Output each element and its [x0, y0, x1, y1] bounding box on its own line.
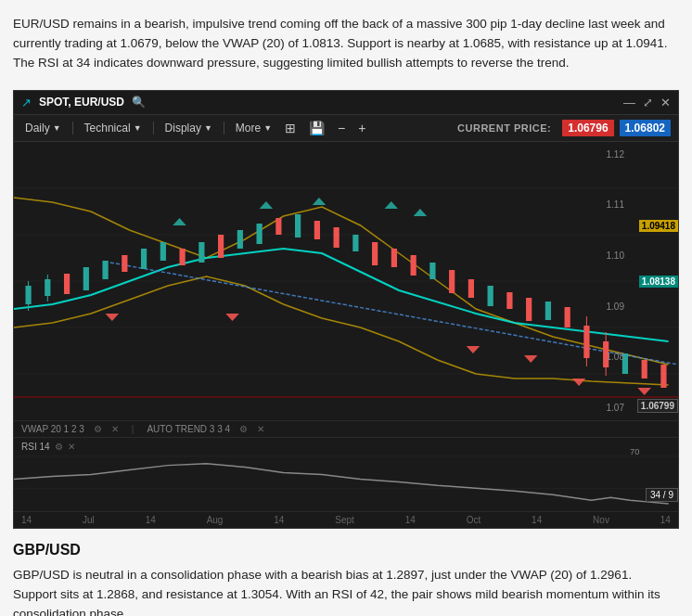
more-button[interactable]: More ▼ [232, 120, 276, 136]
toolbar-separator-3 [224, 122, 224, 135]
toolbar: Daily ▼ Technical ▼ Display ▼ More ▼ ⊞ 💾… [14, 115, 678, 142]
time-14-3: 14 [274, 515, 284, 525]
svg-rect-18 [160, 242, 166, 261]
display-button[interactable]: Display ▼ [161, 120, 216, 136]
time-14-2: 14 [146, 515, 156, 525]
technical-button[interactable]: Technical ▼ [81, 120, 146, 136]
svg-marker-57 [524, 355, 538, 363]
svg-rect-15 [102, 261, 108, 279]
price-low-badge: 1.06799 [637, 396, 678, 413]
autotrend-settings-icon[interactable]: ⚙ [239, 424, 248, 434]
svg-rect-40 [583, 326, 589, 358]
svg-rect-32 [429, 263, 435, 279]
gbpusd-title: GBP/USD [13, 542, 679, 558]
svg-rect-29 [372, 242, 378, 265]
template-icon-button[interactable]: ⊞ [281, 119, 300, 137]
minimize-button[interactable]: — [623, 96, 635, 109]
svg-marker-58 [572, 379, 586, 386]
plus-icon-button[interactable]: + [354, 119, 369, 137]
svg-rect-23 [256, 224, 262, 244]
timeframe-chevron: ▼ [53, 123, 61, 133]
display-chevron: ▼ [204, 123, 212, 133]
svg-text:70: 70 [630, 447, 639, 456]
svg-rect-19 [179, 249, 185, 265]
chart-body[interactable]: 1.09418 1.08138 1.06799 1.12 1.11 1.10 1… [14, 142, 678, 420]
svg-marker-59 [637, 388, 651, 395]
toolbar-separator-1 [72, 122, 73, 135]
chart-header-actions: — ⤢ ✕ [623, 96, 671, 109]
vwap-badge-2: 1.08138 [639, 272, 678, 289]
close-button[interactable]: ✕ [660, 96, 671, 109]
svg-rect-16 [122, 255, 127, 272]
eurusd-analysis: EUR/USD remains in a bearish, impulsive … [13, 11, 679, 77]
svg-rect-25 [295, 214, 301, 237]
chart-symbol-icon: ↗ [21, 96, 32, 109]
svg-rect-44 [660, 365, 666, 388]
timeframe-button[interactable]: Daily ▼ [21, 120, 65, 136]
svg-rect-21 [218, 235, 224, 258]
time-14-1: 14 [21, 515, 32, 525]
search-icon[interactable]: 🔍 [132, 96, 146, 109]
svg-rect-14 [83, 267, 89, 290]
svg-marker-54 [106, 314, 120, 321]
svg-marker-55 [225, 314, 239, 321]
svg-rect-34 [468, 279, 474, 298]
vwap-badge-1: 1.09418 [639, 216, 678, 233]
price-scale: 1.12 1.11 1.10 1.09 1.08 1.07 [607, 149, 628, 413]
page-container: EUR/USD remains in a bearish, impulsive … [0, 0, 692, 616]
current-price-label: CURRENT PRICE: [457, 122, 551, 134]
chart-header: ↗ SPOT, EUR/USD 🔍 — ⤢ ✕ [14, 91, 678, 115]
svg-rect-10 [45, 279, 50, 296]
svg-marker-52 [385, 201, 399, 209]
toolbar-separator-2 [153, 122, 154, 135]
svg-rect-26 [314, 221, 320, 239]
svg-line-5 [110, 263, 678, 365]
more-chevron: ▼ [263, 123, 272, 133]
svg-rect-28 [352, 235, 358, 251]
svg-rect-24 [276, 218, 281, 235]
svg-rect-27 [334, 227, 340, 248]
vwap-remove-icon[interactable]: ✕ [111, 424, 119, 434]
svg-rect-17 [141, 249, 147, 269]
rsi-svg: 70 [14, 438, 678, 511]
rsi-panel: RSI 14 ⚙ ✕ 70 34 / 9 [14, 437, 678, 511]
save-icon-button[interactable]: 💾 [305, 119, 328, 137]
time-nov: Nov [593, 515, 609, 525]
autotrend-remove-icon[interactable]: ✕ [257, 424, 264, 434]
svg-rect-36 [506, 292, 512, 309]
autotrend-label: AUTO TREND 3 3 4 [147, 424, 230, 434]
svg-rect-7 [25, 286, 31, 304]
chart-symbol: SPOT, EUR/USD [39, 96, 124, 109]
vwap-label: VWAP 20 1 2 3 [21, 424, 84, 434]
time-oct: Oct [467, 515, 481, 525]
svg-rect-30 [391, 249, 397, 267]
svg-marker-49 [173, 218, 186, 225]
time-14-4: 14 [405, 515, 416, 525]
chart-svg [14, 142, 678, 420]
time-14-6: 14 [660, 515, 671, 525]
svg-rect-31 [411, 255, 416, 276]
rsi-value-badge: 34 / 9 [646, 485, 678, 502]
gbpusd-analysis: GBP/USD is neutral in a consolidation ph… [13, 566, 679, 616]
chart-container: ↗ SPOT, EUR/USD 🔍 — ⤢ ✕ Daily ▼ Technica… [13, 90, 679, 529]
technical-chevron: ▼ [134, 123, 142, 133]
svg-rect-38 [545, 302, 551, 320]
svg-rect-33 [449, 270, 455, 293]
minus-icon-button[interactable]: − [334, 119, 349, 137]
time-axis: 14 Jul 14 Aug 14 Sept 14 Oct 14 Nov 14 [14, 511, 678, 528]
price-bid: 1.06796 [562, 120, 613, 136]
svg-marker-50 [260, 201, 274, 209]
svg-marker-51 [313, 198, 327, 205]
time-aug: Aug [207, 515, 224, 525]
maximize-button[interactable]: ⤢ [643, 96, 653, 109]
vwap-settings-icon[interactable]: ⚙ [94, 424, 102, 434]
indicator-labels: VWAP 20 1 2 3 ⚙ ✕ | AUTO TREND 3 3 4 ⚙ ✕ [14, 420, 678, 437]
svg-rect-20 [199, 242, 204, 263]
svg-marker-53 [414, 209, 428, 216]
time-sept: Sept [335, 515, 354, 525]
svg-marker-56 [467, 346, 481, 353]
svg-rect-37 [526, 298, 532, 321]
svg-rect-13 [64, 274, 70, 294]
svg-rect-43 [642, 360, 647, 379]
price-ask: 1.06802 [620, 120, 671, 136]
